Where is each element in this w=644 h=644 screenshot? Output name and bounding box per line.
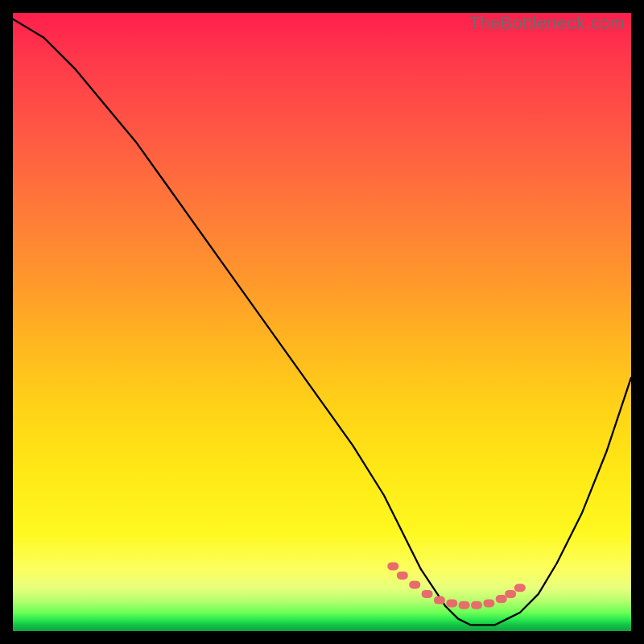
watermark-label: TheBottleneck.com [469,13,625,34]
heatmap-gradient-background [13,13,631,631]
chart-frame: TheBottleneck.com [13,13,631,631]
